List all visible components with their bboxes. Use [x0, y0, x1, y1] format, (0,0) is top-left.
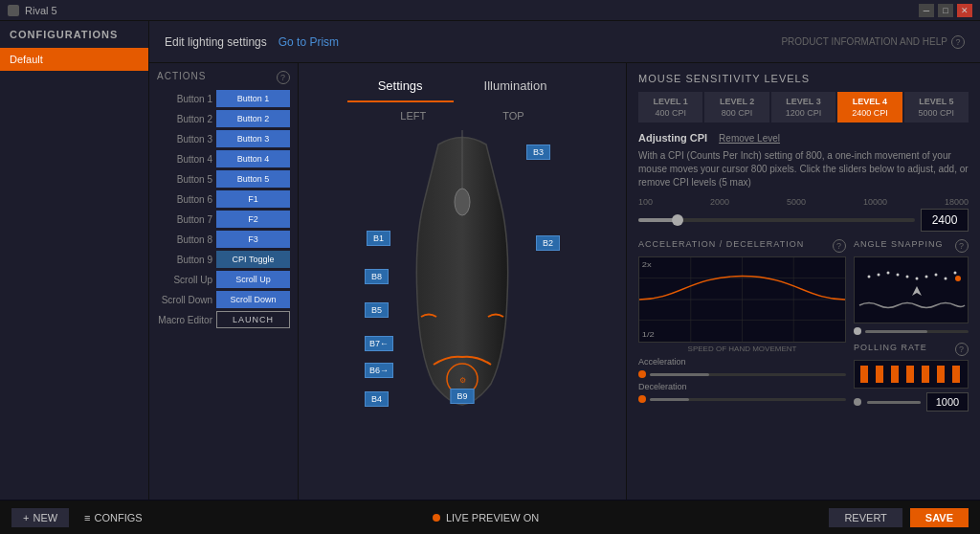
title-bar-left: Rival 5 [8, 5, 57, 16]
angle-help-icon[interactable]: ? [955, 239, 969, 253]
configs-button[interactable]: ≡ CONFIGS [84, 508, 143, 527]
cpi-value-display: 2400 [921, 209, 969, 232]
cpi-level-2[interactable]: LEVEL 2 800 CPI [704, 92, 768, 122]
action-row-btn9: Button 9 CPI Toggle [157, 251, 290, 268]
action-btn-scrollup[interactable]: Scroll Up [216, 271, 290, 288]
polling-slider[interactable] [867, 401, 921, 404]
app-body: CONFIGURATIONS Default Edit lighting set… [0, 21, 980, 534]
sidebar-profile-default[interactable]: Default [0, 48, 148, 71]
svg-rect-12 [855, 257, 969, 323]
action-row-btn2: Button 2 Button 2 [157, 110, 290, 127]
tab-illumination[interactable]: Illumination [454, 71, 578, 102]
revert-button[interactable]: REVERT [829, 508, 902, 527]
polling-help-icon[interactable]: ? [955, 343, 969, 356]
action-row-macro: Macro Editor LAUNCH [157, 311, 290, 328]
action-row-btn5: Button 5 Button 5 [157, 170, 290, 188]
action-row-btn3: Button 3 Button 3 [157, 130, 290, 147]
action-label: Button 9 [157, 255, 212, 265]
angle-chart [854, 256, 969, 323]
mouse-button-b8[interactable]: B8 [365, 269, 389, 284]
mouse-button-b1[interactable]: B1 [367, 231, 390, 246]
action-btn-btn1[interactable]: Button 1 [216, 90, 290, 107]
sensitivity-title: Mouse Sensitivity Levels [638, 73, 969, 84]
action-btn-macro[interactable]: LAUNCH [216, 311, 290, 328]
actions-header: ACTIONS ? [157, 71, 290, 84]
maximize-button[interactable]: □ [938, 4, 953, 17]
accel-slider-section: Acceleration [638, 357, 846, 378]
mouse-button-b7[interactable]: B7← [365, 336, 393, 351]
decel-slider[interactable] [650, 398, 846, 401]
close-button[interactable]: ✕ [957, 4, 972, 17]
action-btn-btn4[interactable]: Button 4 [216, 150, 290, 167]
title-bar: Rival 5 ─ □ ✕ [0, 0, 980, 21]
save-button[interactable]: SAVE [910, 508, 969, 527]
action-btn-btn5[interactable]: Button 5 [216, 170, 290, 188]
poll-bar-5 [922, 366, 929, 383]
cpi-level-3[interactable]: LEVEL 3 1200 CPI [771, 92, 835, 122]
new-button[interactable]: + NEW [11, 508, 69, 527]
cpi-slider[interactable] [638, 218, 915, 222]
svg-point-21 [945, 278, 947, 280]
action-btn-btn3[interactable]: Button 3 [216, 130, 290, 147]
main-panel: ACTIONS ? Button 1 Button 1 Button 2 But… [149, 63, 980, 534]
poll-bar-8 [968, 366, 969, 383]
accel-title: ACCELERATION / DECELERATION ? [638, 239, 846, 253]
actions-help-icon[interactable]: ? [277, 71, 290, 84]
svg-point-1 [455, 189, 470, 215]
svg-text:2x: 2x [642, 261, 653, 268]
speed-label: SPEED OF HAND MOVEMENT [638, 345, 846, 353]
angle-slider[interactable] [865, 330, 969, 333]
bottom-bar: + NEW ≡ CONFIGS LIVE PREVIEW ON REVERT S… [0, 500, 980, 534]
title-bar-controls[interactable]: ─ □ ✕ [919, 4, 972, 17]
live-dot [433, 514, 440, 522]
mouse-button-b3[interactable]: B3 [526, 145, 550, 160]
mouse-labels: LEFT TOP [400, 110, 523, 122]
decel-slider-section: Deceleration [638, 382, 846, 403]
action-btn-btn8[interactable]: F3 [216, 231, 290, 248]
mouse-tabs: Settings Illumination [347, 71, 578, 102]
accel-slider-dot [638, 370, 646, 378]
action-btn-btn7[interactable]: F2 [216, 211, 290, 228]
svg-point-18 [916, 278, 919, 280]
polling-visual [854, 360, 969, 389]
content-area: Edit lighting settings Go to Prism PRODU… [149, 21, 980, 534]
product-info-help-icon[interactable]: ? [951, 35, 965, 49]
polling-section: POLLING RATE ? [854, 343, 969, 412]
action-row-scrollup: Scroll Up Scroll Up [157, 271, 290, 288]
decel-slider-dot [638, 395, 646, 403]
action-btn-btn6[interactable]: F1 [216, 190, 290, 208]
action-label: Button 2 [157, 114, 212, 124]
accel-help-icon[interactable]: ? [833, 239, 846, 253]
edit-lighting-button[interactable]: Edit lighting settings [165, 35, 267, 49]
remove-level-button[interactable]: Remove Level [719, 133, 780, 144]
app-title: Rival 5 [25, 5, 57, 16]
minimize-button[interactable]: ─ [919, 4, 934, 17]
mouse-button-b6[interactable]: B6→ [365, 363, 393, 378]
svg-point-22 [954, 272, 957, 275]
action-label: Scroll Up [157, 275, 212, 285]
cpi-level-1[interactable]: LEVEL 1 400 CPI [638, 92, 702, 122]
mouse-button-b2[interactable]: B2 [536, 235, 560, 251]
cpi-level-5[interactable]: LEVEL 5 5000 CPI [904, 92, 969, 122]
accel-slider[interactable] [650, 373, 846, 376]
product-info-button[interactable]: PRODUCT INFORMATION AND HELP ? [781, 35, 965, 49]
action-label: Button 8 [157, 234, 212, 245]
bottom-bar-right: REVERT SAVE [829, 508, 969, 527]
bottom-bar-left: + NEW ≡ CONFIGS [11, 508, 143, 527]
angle-slider-dot [854, 327, 861, 335]
action-btn-scrolldown[interactable]: Scroll Down [216, 291, 290, 308]
mouse-button-b4[interactable]: B4 [365, 391, 389, 407]
svg-point-13 [868, 276, 871, 278]
poll-bar-4 [906, 366, 914, 383]
cpi-level-4[interactable]: LEVEL 4 2400 CPI [837, 92, 902, 122]
action-label: Button 6 [157, 194, 212, 205]
goto-prism-button[interactable]: Go to Prism [278, 35, 339, 49]
action-btn-btn9[interactable]: CPI Toggle [216, 251, 290, 268]
accel-label: Acceleration [638, 357, 846, 367]
svg-point-15 [887, 272, 890, 275]
action-btn-btn2[interactable]: Button 2 [216, 110, 290, 127]
mouse-button-b5[interactable]: B5 [365, 302, 389, 318]
action-row-btn6: Button 6 F1 [157, 190, 290, 208]
tab-settings[interactable]: Settings [347, 71, 454, 102]
mouse-button-b9[interactable]: B9 [450, 389, 474, 404]
